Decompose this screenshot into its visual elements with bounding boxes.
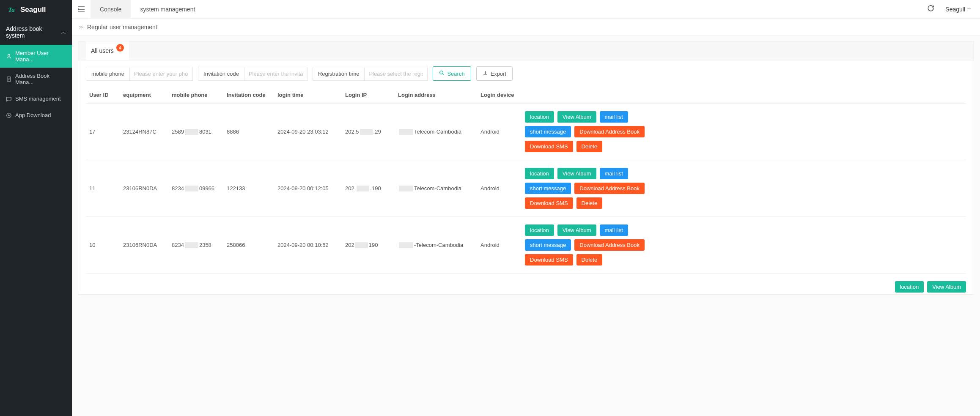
cell-userid: 10: [86, 217, 120, 274]
search-button[interactable]: Search: [433, 66, 471, 81]
menu-toggle-icon[interactable]: [72, 6, 91, 12]
nav-group-address-book[interactable]: Address book system ︿: [0, 19, 72, 45]
card-tabs: All users 4: [78, 41, 974, 60]
column-header-actions: [522, 87, 966, 104]
column-header: equipment: [120, 87, 168, 104]
filter-invite-input[interactable]: [244, 67, 307, 81]
cell-invite: 8886: [223, 104, 274, 160]
cell-login-time: 2024-09-20 00:10:52: [274, 217, 342, 274]
tab-all-users[interactable]: All users 4: [86, 41, 129, 60]
nav-group-label: Address book system: [6, 25, 61, 39]
download-sms-button[interactable]: Download SMS: [525, 197, 573, 209]
download-sms-button[interactable]: Download SMS: [525, 141, 573, 152]
filter-invite: Invitation code: [198, 67, 307, 81]
cell-userid: 17: [86, 104, 120, 160]
cell-phone: 8234xx2358: [168, 217, 223, 274]
sms-icon: [6, 96, 12, 102]
view-album-button[interactable]: View Album: [557, 111, 596, 123]
svg-point-3: [440, 71, 443, 74]
column-header: login time: [274, 87, 342, 104]
download-address-book-button[interactable]: Download Address Book: [574, 126, 645, 137]
search-button-label: Search: [447, 71, 464, 77]
cell-invite: 122133: [223, 160, 274, 217]
location-button[interactable]: location: [895, 281, 924, 293]
location-button[interactable]: location: [525, 111, 554, 123]
cell-ip: 202.xx.190: [342, 160, 395, 217]
filter-invite-label: Invitation code: [198, 67, 244, 81]
cell-phone: 8234xx09966: [168, 160, 223, 217]
cell-invite: 258066: [223, 217, 274, 274]
cell-address: xxTelecom-Cambodia: [395, 104, 477, 160]
filter-registration-input[interactable]: [364, 67, 428, 81]
filter-mobile-input[interactable]: [129, 67, 193, 81]
short-message-button[interactable]: short message: [525, 239, 571, 251]
cell-actions: locationView Albummail listshort message…: [522, 160, 966, 217]
cell-login-time: 2024-09-20 00:12:05: [274, 160, 342, 217]
top-tab-1[interactable]: system management: [131, 0, 204, 19]
users-table: User IDequipmentmobile phoneInvitation c…: [86, 87, 966, 274]
mail-list-button[interactable]: mail list: [600, 111, 628, 123]
sidebar-item-0[interactable]: Member User Mana...: [0, 45, 72, 68]
cell-actions: locationView Albummail listshort message…: [522, 217, 966, 274]
location-button[interactable]: location: [525, 224, 554, 236]
download-address-book-button[interactable]: Download Address Book: [574, 183, 645, 194]
cell-ip: 202.5xx.29: [342, 104, 395, 160]
short-message-button[interactable]: short message: [525, 183, 571, 194]
refresh-icon[interactable]: [927, 5, 934, 14]
short-message-button[interactable]: short message: [525, 126, 571, 137]
view-album-button[interactable]: View Album: [557, 168, 596, 179]
view-album-button[interactable]: View Album: [557, 224, 596, 236]
brand-name: Seagull: [20, 5, 46, 14]
main: Consolesystem management Seagull ﹀ ≫ Reg…: [72, 0, 980, 416]
sidebar-item-3[interactable]: App Download: [0, 107, 72, 123]
cell-equipment: 23106RN0DA: [120, 217, 168, 274]
search-icon: [439, 70, 445, 77]
delete-button[interactable]: Delete: [576, 141, 603, 152]
mail-list-button[interactable]: mail list: [600, 224, 628, 236]
breadcrumb-current: Regular user management: [87, 24, 157, 30]
filter-registration: Registration time: [313, 67, 428, 81]
cell-address: xx-Telecom-Cambodia: [395, 217, 477, 274]
column-header: User ID: [86, 87, 120, 104]
breadcrumb: ≫ Regular user management: [72, 19, 980, 36]
export-button-label: Export: [491, 71, 507, 77]
tab-badge: 4: [116, 44, 124, 52]
cell-device: Android: [477, 160, 522, 217]
users-card: All users 4 mobile phone Invitation code: [78, 41, 974, 295]
sidebar-item-label: Member User Mana...: [15, 50, 66, 63]
sidebar-item-1[interactable]: Address Book Mana...: [0, 68, 72, 90]
sidebar-item-label: App Download: [15, 112, 51, 118]
tab-label: All users: [91, 47, 114, 54]
cell-login-time: 2024-09-20 23:03:12: [274, 104, 342, 160]
download-address-book-button[interactable]: Download Address Book: [574, 239, 645, 251]
top-tab-0[interactable]: Console: [91, 0, 131, 19]
column-header: Login IP: [342, 87, 395, 104]
mail-list-button[interactable]: mail list: [600, 168, 628, 179]
filter-registration-label: Registration time: [313, 67, 365, 81]
delete-button[interactable]: Delete: [576, 254, 603, 265]
table-row: 1023106RN0DA8234xx23582580662024-09-20 0…: [86, 217, 966, 274]
cell-equipment: 23124RN87C: [120, 104, 168, 160]
export-button[interactable]: Export: [476, 66, 513, 81]
column-header: Invitation code: [223, 87, 274, 104]
logo-icon: Ta: [6, 4, 17, 15]
cell-device: Android: [477, 217, 522, 274]
user-menu[interactable]: Seagull ﹀: [945, 6, 972, 13]
download-sms-button[interactable]: Download SMS: [525, 254, 573, 265]
sidebar-item-label: Address Book Mana...: [15, 73, 66, 85]
doc-icon: [6, 76, 12, 82]
cell-userid: 11: [86, 160, 120, 217]
cell-address: xxTelecom-Cambodia: [395, 160, 477, 217]
export-icon: [483, 70, 488, 77]
breadcrumb-chevron-icon: ≫: [79, 25, 84, 30]
sidebar-item-2[interactable]: SMS management: [0, 90, 72, 107]
delete-button[interactable]: Delete: [576, 197, 603, 209]
topbar: Consolesystem management Seagull ﹀: [72, 0, 980, 19]
sidebar: Ta Seagull Address book system ︿ Member …: [0, 0, 72, 416]
user-label: Seagull: [945, 6, 965, 13]
table-row: 1123106RN0DA8234xx099661221332024-09-20 …: [86, 160, 966, 217]
view-album-button[interactable]: View Album: [927, 281, 966, 293]
download-icon: [6, 112, 12, 118]
column-header: Login device: [477, 87, 522, 104]
location-button[interactable]: location: [525, 168, 554, 179]
